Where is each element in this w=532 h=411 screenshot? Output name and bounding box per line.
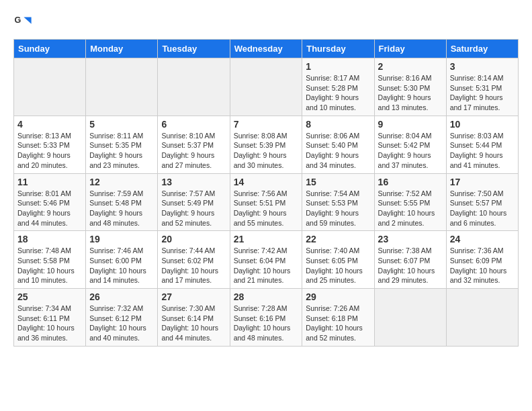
day-number: 26: [89, 291, 154, 302]
calendar-day-cell: 16Sunrise: 7:52 AM Sunset: 5:55 PM Dayli…: [374, 173, 446, 231]
day-info: Sunrise: 7:38 AM Sunset: 6:07 PM Dayligh…: [378, 246, 443, 285]
day-number: 20: [161, 234, 226, 244]
day-number: 13: [161, 177, 226, 187]
day-number: 25: [17, 291, 82, 302]
day-info: Sunrise: 8:06 AM Sunset: 5:40 PM Dayligh…: [306, 131, 370, 171]
day-number: 11: [17, 177, 82, 187]
calendar-week-row: 1Sunrise: 8:17 AM Sunset: 5:28 PM Daylig…: [14, 58, 519, 116]
calendar-day-cell: 19Sunrise: 7:46 AM Sunset: 6:00 PM Dayli…: [86, 231, 158, 289]
calendar-day-cell: 21Sunrise: 7:42 AM Sunset: 6:04 PM Dayli…: [230, 231, 302, 289]
day-number: 3: [450, 61, 515, 72]
weekday-header: Tuesday: [158, 40, 230, 58]
weekday-header: Thursday: [302, 40, 374, 58]
calendar-day-cell: 24Sunrise: 7:36 AM Sunset: 6:09 PM Dayli…: [446, 231, 518, 289]
day-info: Sunrise: 8:01 AM Sunset: 5:46 PM Dayligh…: [17, 189, 82, 228]
day-info: Sunrise: 8:03 AM Sunset: 5:44 PM Dayligh…: [450, 131, 515, 171]
calendar-day-cell: 11Sunrise: 8:01 AM Sunset: 5:46 PM Dayli…: [14, 173, 86, 231]
day-info: Sunrise: 7:46 AM Sunset: 6:00 PM Dayligh…: [89, 246, 154, 285]
day-number: 14: [234, 177, 299, 187]
calendar-day-cell: [230, 58, 302, 116]
calendar-day-cell: 14Sunrise: 7:56 AM Sunset: 5:51 PM Dayli…: [230, 173, 302, 231]
logo-icon: G: [13, 13, 32, 32]
day-number: 8: [306, 119, 370, 130]
weekday-header: Monday: [86, 40, 158, 58]
calendar-day-cell: 10Sunrise: 8:03 AM Sunset: 5:44 PM Dayli…: [446, 116, 518, 173]
day-number: 18: [17, 234, 82, 244]
calendar-day-cell: 27Sunrise: 7:30 AM Sunset: 6:14 PM Dayli…: [158, 289, 230, 347]
day-info: Sunrise: 7:44 AM Sunset: 6:02 PM Dayligh…: [161, 246, 226, 285]
day-info: Sunrise: 7:34 AM Sunset: 6:11 PM Dayligh…: [17, 304, 82, 343]
calendar-day-cell: 6Sunrise: 8:10 AM Sunset: 5:37 PM Daylig…: [158, 116, 230, 173]
calendar-week-row: 11Sunrise: 8:01 AM Sunset: 5:46 PM Dayli…: [14, 173, 519, 231]
day-number: 23: [378, 234, 443, 244]
day-number: 16: [378, 177, 443, 187]
day-info: Sunrise: 8:08 AM Sunset: 5:39 PM Dayligh…: [234, 131, 299, 171]
calendar-body: 1Sunrise: 8:17 AM Sunset: 5:28 PM Daylig…: [14, 58, 519, 347]
calendar-day-cell: [446, 289, 518, 347]
day-info: Sunrise: 8:11 AM Sunset: 5:35 PM Dayligh…: [89, 131, 154, 171]
day-info: Sunrise: 8:14 AM Sunset: 5:31 PM Dayligh…: [450, 73, 515, 113]
day-info: Sunrise: 7:56 AM Sunset: 5:51 PM Dayligh…: [234, 189, 299, 228]
day-info: Sunrise: 8:10 AM Sunset: 5:37 PM Dayligh…: [161, 131, 226, 171]
day-info: Sunrise: 7:54 AM Sunset: 5:53 PM Dayligh…: [306, 189, 370, 228]
day-number: 17: [450, 177, 515, 187]
day-number: 9: [378, 119, 443, 130]
weekday-header: Saturday: [446, 40, 518, 58]
day-number: 2: [378, 61, 443, 72]
calendar-day-cell: 5Sunrise: 8:11 AM Sunset: 5:35 PM Daylig…: [86, 116, 158, 173]
svg-text:G: G: [14, 15, 21, 25]
logo: G: [13, 13, 35, 32]
calendar-day-cell: 8Sunrise: 8:06 AM Sunset: 5:40 PM Daylig…: [302, 116, 374, 173]
calendar-day-cell: 13Sunrise: 7:57 AM Sunset: 5:49 PM Dayli…: [158, 173, 230, 231]
header-area: G: [13, 13, 519, 32]
weekday-header: Friday: [374, 40, 446, 58]
calendar-day-cell: 28Sunrise: 7:28 AM Sunset: 6:16 PM Dayli…: [230, 289, 302, 347]
day-info: Sunrise: 7:52 AM Sunset: 5:55 PM Dayligh…: [378, 189, 443, 228]
day-info: Sunrise: 7:30 AM Sunset: 6:14 PM Dayligh…: [161, 304, 226, 343]
day-info: Sunrise: 8:16 AM Sunset: 5:30 PM Dayligh…: [378, 73, 443, 113]
calendar-day-cell: [14, 58, 86, 116]
calendar-day-cell: 4Sunrise: 8:13 AM Sunset: 5:33 PM Daylig…: [14, 116, 86, 173]
calendar-day-cell: [86, 58, 158, 116]
calendar-day-cell: 18Sunrise: 7:48 AM Sunset: 5:58 PM Dayli…: [14, 231, 86, 289]
day-number: 1: [306, 61, 370, 72]
calendar-week-row: 18Sunrise: 7:48 AM Sunset: 5:58 PM Dayli…: [14, 231, 519, 289]
calendar-day-cell: 22Sunrise: 7:40 AM Sunset: 6:05 PM Dayli…: [302, 231, 374, 289]
calendar-week-row: 4Sunrise: 8:13 AM Sunset: 5:33 PM Daylig…: [14, 116, 519, 173]
day-info: Sunrise: 7:48 AM Sunset: 5:58 PM Dayligh…: [17, 246, 82, 285]
day-info: Sunrise: 7:42 AM Sunset: 6:04 PM Dayligh…: [234, 246, 299, 285]
calendar-day-cell: 17Sunrise: 7:50 AM Sunset: 5:57 PM Dayli…: [446, 173, 518, 231]
day-number: 15: [306, 177, 370, 187]
day-number: 21: [234, 234, 299, 244]
calendar-day-cell: 29Sunrise: 7:26 AM Sunset: 6:18 PM Dayli…: [302, 289, 374, 347]
weekday-header: Wednesday: [230, 40, 302, 58]
day-number: 6: [161, 119, 226, 130]
calendar-day-cell: 3Sunrise: 8:14 AM Sunset: 5:31 PM Daylig…: [446, 58, 518, 116]
day-number: 29: [306, 291, 370, 302]
day-number: 7: [234, 119, 299, 130]
day-number: 27: [161, 291, 226, 302]
day-number: 19: [89, 234, 154, 244]
calendar-day-cell: 1Sunrise: 8:17 AM Sunset: 5:28 PM Daylig…: [302, 58, 374, 116]
svg-marker-1: [24, 17, 31, 24]
day-info: Sunrise: 8:13 AM Sunset: 5:33 PM Dayligh…: [17, 131, 82, 171]
calendar-header-row: SundayMondayTuesdayWednesdayThursdayFrid…: [14, 40, 519, 58]
calendar-day-cell: 7Sunrise: 8:08 AM Sunset: 5:39 PM Daylig…: [230, 116, 302, 173]
calendar-day-cell: [374, 289, 446, 347]
calendar-table: SundayMondayTuesdayWednesdayThursdayFrid…: [13, 39, 519, 347]
day-info: Sunrise: 7:57 AM Sunset: 5:49 PM Dayligh…: [161, 189, 226, 228]
day-info: Sunrise: 8:17 AM Sunset: 5:28 PM Dayligh…: [306, 73, 370, 113]
day-number: 5: [89, 119, 154, 130]
calendar-day-cell: 12Sunrise: 7:59 AM Sunset: 5:48 PM Dayli…: [86, 173, 158, 231]
calendar-day-cell: [158, 58, 230, 116]
weekday-header: Sunday: [14, 40, 86, 58]
day-info: Sunrise: 7:26 AM Sunset: 6:18 PM Dayligh…: [306, 304, 370, 343]
calendar-day-cell: 9Sunrise: 8:04 AM Sunset: 5:42 PM Daylig…: [374, 116, 446, 173]
calendar-day-cell: 20Sunrise: 7:44 AM Sunset: 6:02 PM Dayli…: [158, 231, 230, 289]
calendar-day-cell: 15Sunrise: 7:54 AM Sunset: 5:53 PM Dayli…: [302, 173, 374, 231]
day-info: Sunrise: 7:40 AM Sunset: 6:05 PM Dayligh…: [306, 246, 370, 285]
day-info: Sunrise: 8:04 AM Sunset: 5:42 PM Dayligh…: [378, 131, 443, 171]
day-info: Sunrise: 7:59 AM Sunset: 5:48 PM Dayligh…: [89, 189, 154, 228]
day-number: 4: [17, 119, 82, 130]
day-number: 24: [450, 234, 515, 244]
